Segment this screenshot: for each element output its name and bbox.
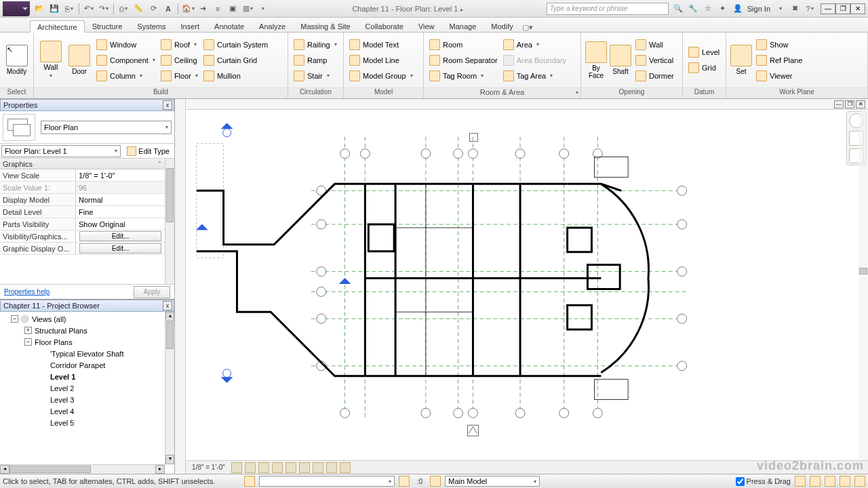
- key-icon[interactable]: 🔧: [686, 2, 700, 16]
- properties-help-link[interactable]: Properties help: [4, 288, 50, 296]
- reveal-hidden-icon[interactable]: [326, 462, 337, 473]
- tree-item[interactable]: Level 3: [1, 394, 173, 405]
- tab-analyze[interactable]: Analyze: [252, 20, 293, 32]
- search-icon[interactable]: 🔍: [671, 2, 685, 16]
- help-icon[interactable]: ?▾: [803, 2, 816, 16]
- instance-selector[interactable]: Floor Plan: Level 1▾: [1, 145, 121, 157]
- property-value[interactable]: Edit...: [76, 230, 165, 242]
- tab-view[interactable]: View: [411, 20, 442, 32]
- window-minimize-button[interactable]: —: [821, 3, 835, 14]
- properties-scrollbar[interactable]: [165, 159, 174, 284]
- drawing-canvas[interactable]: [186, 110, 868, 460]
- selection-count[interactable]: :0: [414, 476, 426, 487]
- redo-icon[interactable]: ↷▾: [97, 2, 111, 16]
- browser-header[interactable]: Chapter 11 - Project Browserx: [0, 300, 174, 312]
- open-icon[interactable]: 📂: [33, 2, 46, 16]
- model-group-button[interactable]: Model Group▾: [347, 68, 416, 83]
- tag-room-button[interactable]: Tag Room▾: [427, 68, 500, 83]
- property-value[interactable]: Show Original: [76, 218, 165, 230]
- select-faces-icon[interactable]: [825, 476, 835, 487]
- select-links-icon[interactable]: [795, 476, 806, 487]
- type-selector[interactable]: Floor Plan▾: [41, 121, 172, 134]
- undo-icon[interactable]: ↶▾: [82, 2, 96, 16]
- browser-close-button[interactable]: x: [163, 301, 172, 310]
- view-scale-selector[interactable]: 1/8" = 1'-0": [189, 462, 229, 473]
- model-line-button[interactable]: Model Line: [347, 53, 416, 68]
- filter-select-icon[interactable]: [854, 476, 865, 487]
- vertical-button[interactable]: Vertical: [633, 53, 677, 68]
- model-text-button[interactable]: Model Text: [347, 37, 416, 52]
- edit-button[interactable]: Edit...: [79, 231, 161, 241]
- room-separator-button[interactable]: Room Separator: [427, 53, 500, 68]
- tab-insert[interactable]: Insert: [174, 20, 208, 32]
- doc-minimize-button[interactable]: —: [834, 100, 844, 108]
- tab-manage[interactable]: Manage: [442, 20, 484, 32]
- app-menu-button[interactable]: [3, 1, 30, 16]
- door-button[interactable]: Door: [65, 34, 94, 86]
- crop-view-icon[interactable]: [285, 462, 296, 473]
- worksets-icon[interactable]: [244, 476, 255, 487]
- property-row[interactable]: Display ModelNormal: [0, 194, 165, 206]
- text-icon[interactable]: A: [161, 2, 175, 16]
- section-icon[interactable]: ➜: [196, 2, 210, 16]
- tab-massing[interactable]: Massing & Site: [293, 20, 357, 32]
- show-button[interactable]: Show: [753, 37, 805, 52]
- railing-button[interactable]: Railing▾: [291, 37, 340, 52]
- tree-item[interactable]: 'Typical Elevator Shaft: [1, 348, 173, 359]
- opening-wall-button[interactable]: Wall: [633, 37, 677, 52]
- column-button[interactable]: Column▾: [94, 68, 158, 83]
- curtain-grid-button[interactable]: Curtain Grid: [201, 53, 271, 68]
- press-drag-toggle[interactable]: Press & Drag: [736, 477, 791, 486]
- browser-vscrollbar[interactable]: ▴▾: [165, 312, 174, 464]
- exchange-icon[interactable]: ✖: [788, 2, 802, 16]
- tree-item[interactable]: Level 2: [1, 382, 173, 394]
- level-button[interactable]: Level: [686, 45, 722, 60]
- group-graphics[interactable]: Graphics⌃: [0, 159, 165, 169]
- property-row[interactable]: Graphic Display O...Edit...: [0, 243, 165, 255]
- shadows-icon[interactable]: [272, 462, 283, 473]
- sync-icon[interactable]: ⎘▾: [62, 2, 76, 16]
- modify-button[interactable]: ↖Modify: [3, 34, 31, 86]
- qat-customize-icon[interactable]: ▾: [256, 2, 269, 16]
- area-button[interactable]: Area▾: [500, 37, 569, 52]
- grid-button[interactable]: Grid: [686, 60, 722, 75]
- apply-button[interactable]: Apply: [134, 286, 170, 298]
- edit-button[interactable]: Edit...: [79, 243, 161, 253]
- hide-isolate-icon[interactable]: [313, 462, 323, 473]
- ribbon-expand-button[interactable]: ▢▾: [521, 23, 534, 32]
- tree-item[interactable]: Level 5: [1, 417, 173, 428]
- user-icon[interactable]: 👤: [731, 2, 745, 16]
- roof-button[interactable]: Roof▾: [158, 37, 201, 52]
- save-icon[interactable]: 💾: [47, 2, 61, 16]
- component-button[interactable]: Component▾: [94, 53, 158, 68]
- property-value[interactable]: 96: [76, 182, 165, 193]
- property-value[interactable]: Fine: [76, 206, 165, 218]
- property-value[interactable]: 1/8" = 1'-0": [76, 169, 165, 181]
- doc-close-button[interactable]: ✕: [856, 100, 865, 108]
- tree-item[interactable]: Level 1: [1, 371, 173, 382]
- room-button[interactable]: Room: [427, 37, 500, 52]
- tag-area-button[interactable]: Tag Area▾: [500, 68, 569, 83]
- close-windows-icon[interactable]: ▣: [226, 2, 239, 16]
- property-value[interactable]: Edit...: [76, 243, 165, 254]
- window-restore-button[interactable]: ❐: [835, 3, 850, 14]
- thin-lines-icon[interactable]: ≡: [211, 2, 224, 16]
- viewer-button[interactable]: Viewer: [753, 68, 805, 83]
- tree-item[interactable]: Corridor Parapet: [1, 359, 173, 371]
- mullion-button[interactable]: Mullion: [201, 68, 271, 83]
- property-row[interactable]: Scale Value 1:96: [0, 182, 165, 194]
- drag-elements-icon[interactable]: [840, 476, 850, 487]
- crop-region-icon[interactable]: [299, 462, 310, 473]
- star-icon[interactable]: ☆: [701, 2, 715, 16]
- select-pinned-icon[interactable]: [810, 476, 821, 487]
- tree-views-root[interactable]: −⚪Views (all): [1, 313, 173, 325]
- property-row[interactable]: Parts VisibilityShow Original: [0, 218, 165, 230]
- sun-path-icon[interactable]: [258, 462, 269, 473]
- editable-only-icon[interactable]: [399, 476, 410, 487]
- properties-header[interactable]: Propertiesx: [0, 99, 174, 111]
- ramp-button[interactable]: Ramp: [291, 53, 340, 68]
- doc-restore-button[interactable]: ❐: [845, 100, 854, 108]
- tab-modify[interactable]: Modify: [484, 20, 520, 32]
- filter-icon[interactable]: [430, 476, 441, 487]
- search-input[interactable]: Type a keyword or phrase: [547, 3, 669, 15]
